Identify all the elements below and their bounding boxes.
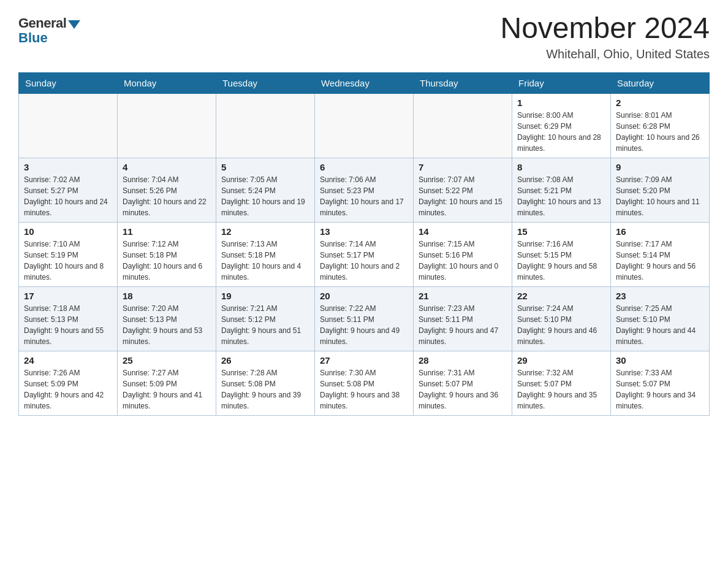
day-info: Sunrise: 7:07 AMSunset: 5:22 PMDaylight:…	[419, 174, 507, 218]
calendar-week-row: 3Sunrise: 7:02 AMSunset: 5:27 PMDaylight…	[19, 158, 710, 222]
day-info: Sunrise: 7:20 AMSunset: 5:13 PMDaylight:…	[123, 303, 211, 347]
day-info: Sunrise: 7:32 AMSunset: 5:07 PMDaylight:…	[517, 367, 605, 412]
day-info: Sunrise: 7:22 AMSunset: 5:11 PMDaylight:…	[320, 303, 408, 347]
day-info: Sunrise: 7:13 AMSunset: 5:18 PMDaylight:…	[221, 239, 309, 283]
month-title: November 2024	[500, 12, 710, 45]
day-of-week-header: Sunday	[19, 72, 118, 93]
day-number: 24	[24, 355, 112, 366]
day-info: Sunrise: 7:25 AMSunset: 5:10 PMDaylight:…	[616, 303, 704, 347]
calendar-day-cell: 8Sunrise: 7:08 AMSunset: 5:21 PMDaylight…	[512, 158, 611, 222]
day-of-week-header: Thursday	[414, 72, 512, 93]
day-info: Sunrise: 7:06 AMSunset: 5:23 PMDaylight:…	[320, 174, 408, 218]
calendar-day-cell	[216, 93, 315, 158]
calendar-day-cell: 15Sunrise: 7:16 AMSunset: 5:15 PMDayligh…	[512, 222, 611, 286]
calendar-day-cell: 26Sunrise: 7:28 AMSunset: 5:08 PMDayligh…	[216, 351, 315, 415]
calendar-day-cell: 16Sunrise: 7:17 AMSunset: 5:14 PMDayligh…	[611, 222, 710, 286]
calendar-day-cell: 22Sunrise: 7:24 AMSunset: 5:10 PMDayligh…	[512, 286, 611, 351]
day-info: Sunrise: 7:27 AMSunset: 5:09 PMDaylight:…	[123, 367, 211, 412]
logo-arrow-icon	[68, 20, 80, 29]
day-info: Sunrise: 7:33 AMSunset: 5:07 PMDaylight:…	[616, 367, 704, 412]
calendar-day-cell: 24Sunrise: 7:26 AMSunset: 5:09 PMDayligh…	[19, 351, 118, 415]
day-info: Sunrise: 7:16 AMSunset: 5:15 PMDaylight:…	[517, 239, 605, 283]
calendar-day-cell: 1Sunrise: 8:00 AMSunset: 6:29 PMDaylight…	[512, 93, 611, 158]
day-number: 30	[616, 355, 704, 366]
day-info: Sunrise: 7:08 AMSunset: 5:21 PMDaylight:…	[517, 174, 605, 218]
day-number: 19	[221, 291, 309, 301]
calendar-day-cell	[118, 93, 216, 158]
calendar-header-row: SundayMondayTuesdayWednesdayThursdayFrid…	[19, 72, 710, 93]
calendar-day-cell: 20Sunrise: 7:22 AMSunset: 5:11 PMDayligh…	[315, 286, 414, 351]
day-number: 3	[24, 162, 112, 172]
calendar-day-cell: 5Sunrise: 7:05 AMSunset: 5:24 PMDaylight…	[216, 158, 315, 222]
day-info: Sunrise: 7:18 AMSunset: 5:13 PMDaylight:…	[24, 303, 112, 347]
day-info: Sunrise: 7:26 AMSunset: 5:09 PMDaylight:…	[24, 367, 112, 412]
day-info: Sunrise: 7:31 AMSunset: 5:07 PMDaylight:…	[419, 367, 507, 412]
calendar-day-cell: 23Sunrise: 7:25 AMSunset: 5:10 PMDayligh…	[611, 286, 710, 351]
calendar-day-cell: 7Sunrise: 7:07 AMSunset: 5:22 PMDaylight…	[414, 158, 512, 222]
calendar-day-cell: 18Sunrise: 7:20 AMSunset: 5:13 PMDayligh…	[118, 286, 216, 351]
day-info: Sunrise: 7:15 AMSunset: 5:16 PMDaylight:…	[419, 239, 507, 283]
day-number: 28	[419, 355, 507, 366]
day-info: Sunrise: 7:17 AMSunset: 5:14 PMDaylight:…	[616, 239, 704, 283]
day-info: Sunrise: 7:21 AMSunset: 5:12 PMDaylight:…	[221, 303, 309, 347]
day-info: Sunrise: 8:01 AMSunset: 6:28 PMDaylight:…	[616, 110, 704, 154]
calendar-day-cell: 12Sunrise: 7:13 AMSunset: 5:18 PMDayligh…	[216, 222, 315, 286]
day-of-week-header: Saturday	[611, 72, 710, 93]
day-info: Sunrise: 7:10 AMSunset: 5:19 PMDaylight:…	[24, 239, 112, 283]
location-subtitle: Whitehall, Ohio, United States	[500, 47, 710, 61]
day-number: 20	[320, 291, 408, 301]
day-number: 22	[517, 291, 605, 301]
day-info: Sunrise: 7:14 AMSunset: 5:17 PMDaylight:…	[320, 239, 408, 283]
calendar-day-cell: 4Sunrise: 7:04 AMSunset: 5:26 PMDaylight…	[118, 158, 216, 222]
calendar-week-row: 17Sunrise: 7:18 AMSunset: 5:13 PMDayligh…	[19, 286, 710, 351]
calendar-week-row: 10Sunrise: 7:10 AMSunset: 5:19 PMDayligh…	[19, 222, 710, 286]
day-number: 16	[616, 226, 704, 237]
day-number: 6	[320, 162, 408, 172]
day-number: 13	[320, 226, 408, 237]
calendar-day-cell: 11Sunrise: 7:12 AMSunset: 5:18 PMDayligh…	[118, 222, 216, 286]
day-number: 1	[517, 98, 605, 108]
day-number: 23	[616, 291, 704, 301]
title-area: November 2024 Whitehall, Ohio, United St…	[500, 12, 710, 61]
logo: General Blue	[18, 12, 80, 46]
calendar-day-cell: 10Sunrise: 7:10 AMSunset: 5:19 PMDayligh…	[19, 222, 118, 286]
calendar-table: SundayMondayTuesdayWednesdayThursdayFrid…	[18, 72, 710, 416]
logo-general-text: General	[18, 15, 66, 31]
day-info: Sunrise: 7:30 AMSunset: 5:08 PMDaylight:…	[320, 367, 408, 412]
day-info: Sunrise: 7:28 AMSunset: 5:08 PMDaylight:…	[221, 367, 309, 412]
day-number: 21	[419, 291, 507, 301]
day-info: Sunrise: 7:24 AMSunset: 5:10 PMDaylight:…	[517, 303, 605, 347]
logo-blue-text: Blue	[18, 30, 48, 46]
calendar-day-cell: 3Sunrise: 7:02 AMSunset: 5:27 PMDaylight…	[19, 158, 118, 222]
day-info: Sunrise: 7:12 AMSunset: 5:18 PMDaylight:…	[123, 239, 211, 283]
day-number: 9	[616, 162, 704, 172]
day-number: 5	[221, 162, 309, 172]
calendar-day-cell: 27Sunrise: 7:30 AMSunset: 5:08 PMDayligh…	[315, 351, 414, 415]
calendar-day-cell	[315, 93, 414, 158]
day-of-week-header: Monday	[118, 72, 216, 93]
calendar-day-cell: 6Sunrise: 7:06 AMSunset: 5:23 PMDaylight…	[315, 158, 414, 222]
day-number: 27	[320, 355, 408, 366]
calendar-day-cell	[414, 93, 512, 158]
calendar-day-cell: 13Sunrise: 7:14 AMSunset: 5:17 PMDayligh…	[315, 222, 414, 286]
calendar-day-cell: 30Sunrise: 7:33 AMSunset: 5:07 PMDayligh…	[611, 351, 710, 415]
calendar-week-row: 24Sunrise: 7:26 AMSunset: 5:09 PMDayligh…	[19, 351, 710, 415]
calendar-week-row: 1Sunrise: 8:00 AMSunset: 6:29 PMDaylight…	[19, 93, 710, 158]
calendar-day-cell: 28Sunrise: 7:31 AMSunset: 5:07 PMDayligh…	[414, 351, 512, 415]
day-number: 2	[616, 98, 704, 108]
day-info: Sunrise: 7:02 AMSunset: 5:27 PMDaylight:…	[24, 174, 112, 218]
calendar-day-cell: 19Sunrise: 7:21 AMSunset: 5:12 PMDayligh…	[216, 286, 315, 351]
calendar-day-cell: 21Sunrise: 7:23 AMSunset: 5:11 PMDayligh…	[414, 286, 512, 351]
day-number: 10	[24, 226, 112, 237]
calendar-day-cell	[19, 93, 118, 158]
day-number: 8	[517, 162, 605, 172]
day-info: Sunrise: 7:09 AMSunset: 5:20 PMDaylight:…	[616, 174, 704, 218]
calendar-day-cell: 14Sunrise: 7:15 AMSunset: 5:16 PMDayligh…	[414, 222, 512, 286]
day-number: 12	[221, 226, 309, 237]
day-number: 4	[123, 162, 211, 172]
calendar-day-cell: 29Sunrise: 7:32 AMSunset: 5:07 PMDayligh…	[512, 351, 611, 415]
page-header: General Blue November 2024 Whitehall, Oh…	[18, 12, 710, 61]
day-number: 29	[517, 355, 605, 366]
day-number: 18	[123, 291, 211, 301]
day-number: 26	[221, 355, 309, 366]
